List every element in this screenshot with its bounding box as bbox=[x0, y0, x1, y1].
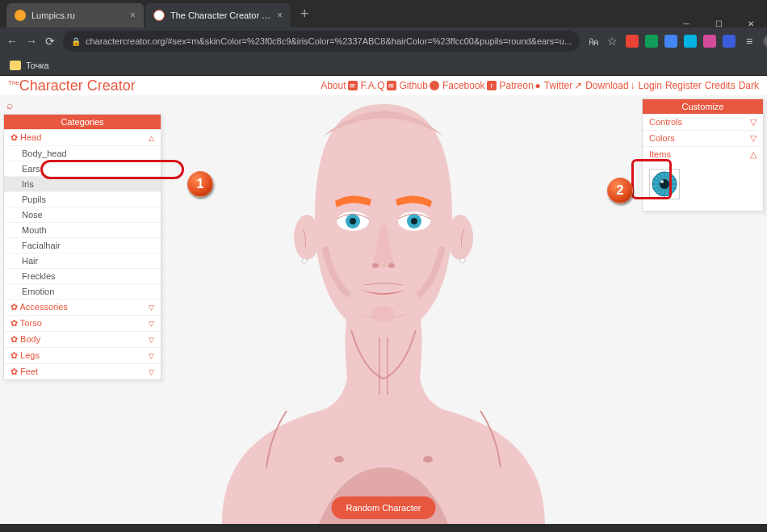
patreon-icon: ● bbox=[535, 80, 541, 91]
app: TheCharacter Creator About✉ F.A.Q✉ Githu… bbox=[0, 76, 767, 524]
maximize-icon[interactable]: ☐ bbox=[702, 19, 735, 27]
extension-icon[interactable] bbox=[626, 35, 639, 48]
nav-download[interactable]: Download↓ bbox=[585, 80, 635, 91]
sub-pupils[interactable]: Pupils bbox=[4, 191, 161, 207]
url-input[interactable]: 🔒 charactercreator.org/#sex=m&skinColor=… bbox=[63, 31, 580, 52]
tab-title: The Character Creator - Build vis... bbox=[170, 10, 272, 20]
nav-faq[interactable]: F.A.Q✉ bbox=[361, 80, 396, 91]
twitter-icon: ↗ bbox=[574, 80, 582, 91]
sub-nose[interactable]: Nose bbox=[4, 207, 161, 222]
extension-icon[interactable] bbox=[703, 35, 716, 48]
nav-facebook[interactable]: Facebookf bbox=[442, 80, 497, 91]
customize-colors[interactable]: Colors▽ bbox=[643, 130, 763, 146]
mail-icon: ✉ bbox=[348, 81, 358, 90]
chevron-down-icon: ▽ bbox=[750, 117, 757, 128]
nav-patreon[interactable]: Patreon● bbox=[500, 80, 541, 91]
chevron-down-icon: ▽ bbox=[149, 336, 154, 344]
minimize-icon[interactable]: ─ bbox=[670, 19, 702, 27]
random-character-button[interactable]: Random Character bbox=[332, 496, 436, 519]
nav-about[interactable]: About✉ bbox=[321, 80, 357, 91]
translate-icon[interactable]: 🗛 bbox=[588, 35, 599, 48]
browser-tab[interactable]: The Character Creator - Build vis... × bbox=[145, 3, 291, 27]
extension-icon[interactable] bbox=[723, 35, 736, 48]
nav-register[interactable]: Register bbox=[665, 80, 702, 91]
nav-dark[interactable]: Dark bbox=[739, 80, 759, 91]
iris-thumbnail[interactable] bbox=[649, 169, 680, 199]
svg-point-13 bbox=[388, 263, 395, 268]
logo[interactable]: TheCharacter Creator bbox=[8, 77, 136, 94]
chevron-down-icon: ▽ bbox=[149, 352, 154, 360]
logo-text: Character Creator bbox=[19, 77, 136, 94]
customize-panel: Customize Controls▽ Colors▽ Items△ bbox=[642, 98, 764, 212]
favicon bbox=[153, 10, 165, 21]
extension-icon[interactable] bbox=[645, 35, 658, 48]
category-body[interactable]: ✿ Body▽ bbox=[4, 331, 161, 347]
back-icon[interactable]: ← bbox=[6, 35, 18, 48]
forward-icon[interactable]: → bbox=[26, 35, 37, 48]
top-nav: TheCharacter Creator About✉ F.A.Q✉ Githu… bbox=[0, 76, 767, 95]
svg-point-0 bbox=[334, 456, 344, 463]
bookmarks-bar: Точка bbox=[0, 55, 767, 76]
sub-mouth[interactable]: Mouth bbox=[4, 222, 161, 237]
svg-point-4 bbox=[302, 258, 307, 263]
tab-strip: Lumpics.ru × The Character Creator - Bui… bbox=[0, 0, 767, 27]
address-bar: ← → ⟳ 🔒 charactercreator.org/#sex=m&skin… bbox=[0, 27, 767, 55]
nav-twitter[interactable]: Twitter↗ bbox=[544, 80, 582, 91]
svg-point-5 bbox=[460, 258, 465, 263]
customize-header: Customize bbox=[643, 99, 763, 114]
sub-iris[interactable]: Iris bbox=[4, 176, 161, 191]
categories-header: Categories bbox=[4, 115, 161, 129]
chevron-up-icon: △ bbox=[750, 149, 757, 160]
facebook-icon: f bbox=[487, 81, 497, 90]
tab-title: Lumpics.ru bbox=[31, 10, 125, 20]
right-column: Customize Controls▽ Colors▽ Items△ bbox=[642, 95, 767, 524]
customize-items[interactable]: Items△ bbox=[643, 146, 763, 162]
nav-credits[interactable]: Credits bbox=[705, 80, 736, 91]
sub-ears[interactable]: Ears bbox=[4, 161, 161, 176]
new-tab-button[interactable]: + bbox=[292, 6, 317, 23]
browser-tab[interactable]: Lumpics.ru × bbox=[6, 3, 144, 27]
chevron-down-icon: ▽ bbox=[149, 368, 154, 376]
svg-point-11 bbox=[411, 218, 417, 224]
sub-freckles[interactable]: Freckles bbox=[4, 268, 161, 283]
chevron-down-icon: ▽ bbox=[149, 320, 154, 328]
bookmark-item[interactable]: Точка bbox=[26, 61, 49, 70]
sub-body-head[interactable]: Body_head bbox=[4, 145, 161, 161]
chevron-down-icon: ▽ bbox=[750, 133, 757, 144]
star-icon[interactable]: ☆ bbox=[607, 35, 618, 48]
extension-icon[interactable] bbox=[684, 35, 697, 48]
category-head[interactable]: ✿ Head△ bbox=[4, 129, 161, 145]
eye-icon bbox=[652, 171, 677, 197]
chevron-down-icon: ▽ bbox=[149, 304, 154, 312]
category-legs[interactable]: ✿ Legs▽ bbox=[4, 347, 161, 363]
close-tab-icon[interactable]: × bbox=[277, 10, 283, 21]
extension-icon[interactable] bbox=[664, 35, 677, 48]
reading-list-icon[interactable]: ≡ bbox=[742, 35, 757, 48]
reload-icon[interactable]: ⟳ bbox=[45, 35, 55, 48]
avatar[interactable] bbox=[763, 35, 767, 48]
nav-links: About✉ F.A.Q✉ Github Facebookf Patreon● … bbox=[321, 80, 759, 91]
nav-login[interactable]: Login bbox=[639, 80, 662, 91]
category-torso[interactable]: ✿ Torso▽ bbox=[4, 315, 161, 331]
categories-panel: Categories ✿ Head△ Body_head Ears Iris P… bbox=[3, 114, 161, 380]
category-accessories[interactable]: ✿ Accessories▽ bbox=[4, 299, 161, 315]
search-icon[interactable]: ⌕ bbox=[3, 98, 161, 111]
svg-point-12 bbox=[372, 263, 379, 268]
marker-1: 1 bbox=[187, 171, 213, 197]
url-text: charactercreator.org/#sex=m&skinColor=%2… bbox=[86, 36, 572, 46]
close-tab-icon[interactable]: × bbox=[130, 10, 136, 21]
sub-emotion[interactable]: Emotion bbox=[4, 283, 161, 299]
close-window-icon[interactable]: ✕ bbox=[735, 19, 767, 27]
github-icon bbox=[430, 81, 439, 90]
browser-chrome: Lumpics.ru × The Character Creator - Bui… bbox=[0, 0, 767, 76]
download-icon: ↓ bbox=[631, 80, 635, 91]
customize-controls[interactable]: Controls▽ bbox=[643, 114, 763, 130]
nav-github[interactable]: Github bbox=[400, 80, 439, 91]
sub-hair[interactable]: Hair bbox=[4, 253, 161, 268]
lock-icon: 🔒 bbox=[71, 37, 81, 46]
category-feet[interactable]: ✿ Feet▽ bbox=[4, 363, 161, 379]
items-grid bbox=[643, 162, 763, 211]
svg-point-14 bbox=[372, 306, 395, 322]
sub-facialhair[interactable]: Facialhair bbox=[4, 237, 161, 253]
character-preview bbox=[174, 95, 593, 524]
